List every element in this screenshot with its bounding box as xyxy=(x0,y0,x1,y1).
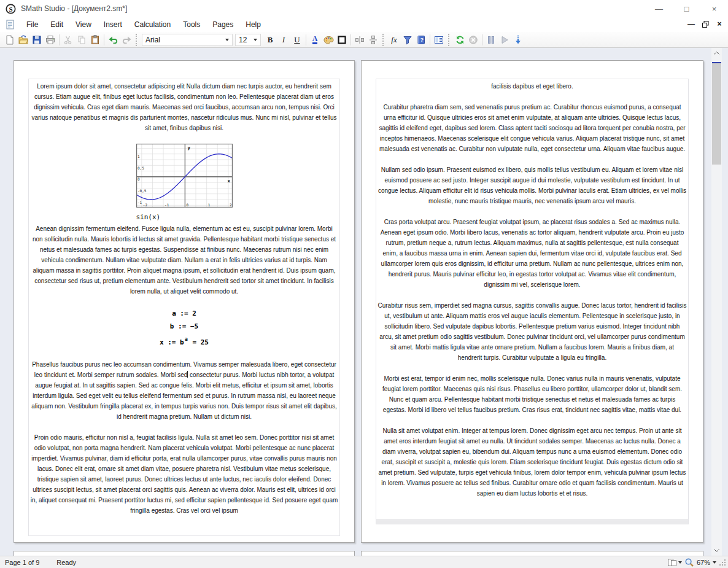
paragraph[interactable]: Nulla sit amet volutpat enim. Integer at… xyxy=(378,426,687,499)
svg-text:-1: -1 xyxy=(137,200,142,204)
zoom-level-value[interactable]: 67% xyxy=(697,559,710,566)
chevron-down-icon xyxy=(225,39,229,41)
svg-text:-2: -2 xyxy=(142,203,147,207)
paragraph[interactable]: Nullam sed odio ipsum. Praesent euismod … xyxy=(378,165,687,206)
clipboard-paste-icon xyxy=(90,35,100,45)
bold-button[interactable]: B xyxy=(263,33,277,47)
side-panel-button[interactable] xyxy=(432,33,446,47)
svg-text:y: y xyxy=(187,145,190,150)
open-button[interactable] xyxy=(17,33,30,47)
step-button[interactable] xyxy=(511,33,525,47)
math-definition-b[interactable]: b := −5 xyxy=(30,320,338,333)
menu-pages[interactable]: Pages xyxy=(206,18,239,31)
insert-function-button[interactable]: fx xyxy=(387,33,401,47)
paragraph[interactable]: Curabitur risus sem, imperdiet sed magna… xyxy=(378,300,687,363)
math-region[interactable]: a := 2 b := −5 x := ba = 25 xyxy=(30,307,338,349)
paragraph[interactable]: Curabitur pharetra diam sem, sed venenat… xyxy=(378,102,687,154)
underline-button[interactable]: U xyxy=(290,33,304,47)
font-color-button[interactable]: A xyxy=(308,33,322,47)
copy-button[interactable] xyxy=(75,33,88,47)
page1-text-region[interactable]: Lorem ipsum dolor sit amet, consectetur … xyxy=(28,79,340,536)
window-maximize-button[interactable]: □ xyxy=(673,0,700,17)
funnel-icon xyxy=(403,35,412,45)
menu-tools[interactable]: Tools xyxy=(177,18,206,31)
paste-button[interactable] xyxy=(88,33,102,47)
chevron-down-icon[interactable] xyxy=(713,561,716,564)
math-exponent: a xyxy=(185,336,188,342)
status-text: Ready xyxy=(56,559,76,566)
print-button[interactable] xyxy=(44,33,57,47)
redo-button[interactable] xyxy=(120,33,133,47)
paragraph[interactable]: Lorem ipsum dolor sit amet, consectetur … xyxy=(30,81,338,133)
run-button[interactable] xyxy=(498,33,511,47)
menu-view[interactable]: View xyxy=(69,18,98,31)
reference-book-button[interactable]: ? xyxy=(414,33,428,47)
resize-grip[interactable] xyxy=(719,559,726,566)
math-base: x := b xyxy=(160,338,184,346)
page-1[interactable]: Lorem ipsum dolor sit amet, consectetur … xyxy=(14,60,355,543)
sine-plot-svg: 10,50-0,5-1-2-1012yx xyxy=(136,144,233,208)
menu-calculation[interactable]: Calculation xyxy=(128,18,177,31)
paragraph[interactable]: Aenean dignissim fermentum eleifend. Fus… xyxy=(30,224,338,297)
undo-button[interactable] xyxy=(106,33,120,47)
child-restore-button[interactable] xyxy=(700,19,710,29)
printer-icon xyxy=(45,35,55,45)
menu-help[interactable]: Help xyxy=(239,18,267,31)
align-horizontal-button[interactable] xyxy=(353,33,366,47)
background-color-button[interactable] xyxy=(322,33,335,47)
recalculate-button[interactable] xyxy=(453,33,467,47)
sine-plot-region[interactable]: 10,50-0,5-1-2-1012yx sin(x) xyxy=(136,144,233,222)
paragraph[interactable]: Cras porta volutpat arcu. Praesent feugi… xyxy=(378,217,687,290)
new-document-button[interactable] xyxy=(3,33,17,47)
zoom-magnifier-icon[interactable] xyxy=(684,558,694,567)
window-close-button[interactable]: × xyxy=(700,0,728,17)
page-2[interactable]: facilisis dapibus et eget libero. Curabi… xyxy=(361,60,703,543)
page2-text-region[interactable]: facilisis dapibus et eget libero. Curabi… xyxy=(376,79,689,524)
paragraph[interactable]: Proin odio mauris, efficitur non nisl a,… xyxy=(30,432,338,516)
window-minimize-button[interactable]: — xyxy=(645,0,673,17)
page-3-top[interactable] xyxy=(14,551,355,556)
toolbar-grip[interactable] xyxy=(136,34,138,46)
svg-text:0: 0 xyxy=(186,203,188,207)
paragraph[interactable]: facilisis dapibus et eget libero. xyxy=(378,81,687,91)
menu-insert[interactable]: Insert xyxy=(98,18,128,31)
undo-icon xyxy=(108,35,118,45)
scroll-up-button[interactable] xyxy=(711,48,722,58)
document-canvas[interactable]: Lorem ipsum dolor sit amet, consectetur … xyxy=(0,48,728,556)
pause-icon xyxy=(487,36,495,44)
paragraph[interactable]: Morbi est erat, tempor id enim nec, moll… xyxy=(378,373,687,415)
toolbar-grip[interactable] xyxy=(448,34,451,46)
page-4-top[interactable] xyxy=(361,551,703,556)
toolbar-grip[interactable] xyxy=(382,34,385,46)
page-layout-button[interactable] xyxy=(667,558,682,567)
title-bar: S SMath Studio - [Документ2.sm*] — □ × xyxy=(0,0,728,17)
cut-button[interactable] xyxy=(61,33,75,47)
vertical-scrollbar[interactable] xyxy=(711,48,722,556)
pause-button[interactable] xyxy=(484,33,498,47)
plot-expression-label: sin(x) xyxy=(136,212,233,222)
menu-edit[interactable]: Edit xyxy=(44,18,69,31)
math-definition-x[interactable]: x := ba = 25 xyxy=(30,333,338,349)
document-icon xyxy=(6,20,15,29)
child-minimize-button[interactable]: — xyxy=(686,19,696,29)
border-button[interactable] xyxy=(335,33,349,47)
region-resize-bar[interactable] xyxy=(376,519,688,524)
side-panel-icon xyxy=(434,35,444,45)
menu-file[interactable]: File xyxy=(20,18,44,31)
align-vertical-icon xyxy=(368,35,378,45)
save-button[interactable] xyxy=(30,33,44,47)
italic-button[interactable]: I xyxy=(277,33,290,47)
scrollbar-thumb[interactable] xyxy=(712,63,721,165)
interrupt-button[interactable] xyxy=(467,33,480,47)
toolbar: Arial 12 B I U A fx ? xyxy=(0,32,728,48)
paragraph[interactable]: Phasellus faucibus purus nec leo accumsa… xyxy=(30,359,338,422)
align-vertical-button[interactable] xyxy=(366,33,380,47)
redo-icon xyxy=(122,35,132,45)
math-definition-a[interactable]: a := 2 xyxy=(30,307,338,320)
filter-button[interactable] xyxy=(401,33,414,47)
font-size-select[interactable]: 12 xyxy=(235,34,261,46)
child-close-button[interactable]: × xyxy=(714,19,724,29)
scroll-down-button[interactable] xyxy=(711,545,722,556)
font-family-select[interactable]: Arial xyxy=(142,34,233,46)
toolbar-separator xyxy=(350,34,351,45)
